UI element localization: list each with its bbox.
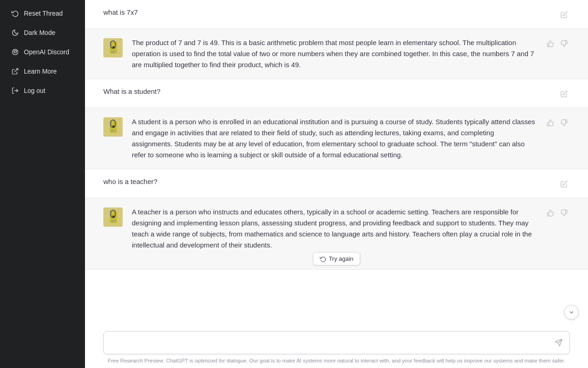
- footer-disclaimer: Free Research Preview: ChatGPT is optimi…: [85, 354, 588, 368]
- sidebar-item-label-learn-more: Learn More: [24, 68, 57, 75]
- thumbs-down-button[interactable]: [559, 38, 570, 49]
- thumbs-up-button[interactable]: [545, 38, 556, 49]
- chevron-down-icon: [568, 309, 575, 316]
- edit-message-button-q3[interactable]: [559, 178, 570, 190]
- sidebar-item-learn-more[interactable]: Learn More: [4, 63, 81, 80]
- input-area: [85, 326, 588, 354]
- logout-icon: [11, 86, 19, 95]
- external-link-icon: [11, 67, 19, 75]
- sidebar-item-dark-mode[interactable]: Dark Mode: [4, 24, 81, 41]
- message-actions-a3: [545, 207, 570, 218]
- message-actions-a2: [545, 117, 570, 128]
- table-row: A teacher is a person who instructs and …: [85, 198, 588, 270]
- assistant-message-text-a3: A teacher is a person who instructs and …: [132, 207, 536, 251]
- main-content: what is 7x7: [85, 0, 588, 368]
- message-actions-q2: [559, 88, 570, 99]
- thumbs-down-button-a2[interactable]: [559, 117, 570, 128]
- user-message-text: what is 7x7: [103, 8, 559, 16]
- table-row: What is a student?: [85, 79, 588, 108]
- avatar-a3: [103, 207, 123, 227]
- send-button[interactable]: [553, 337, 565, 349]
- sidebar-item-label-logout: Log out: [24, 87, 45, 94]
- try-again-button[interactable]: Try again: [313, 252, 361, 265]
- table-row: A student is a person who is enrolled in…: [85, 108, 588, 169]
- try-again-label: Try again: [329, 255, 354, 262]
- sidebar-item-label-dark-mode: Dark Mode: [24, 29, 55, 36]
- discord-icon: [11, 48, 19, 56]
- sidebar-item-label-reset: Reset Thread: [24, 10, 63, 17]
- thumbs-down-button-a3[interactable]: [559, 207, 570, 218]
- table-row: The product of 7 and 7 is 49. This is a …: [85, 29, 588, 79]
- scroll-down-button[interactable]: [564, 305, 579, 320]
- svg-line-1: [15, 69, 18, 72]
- message-actions-q3: [559, 178, 570, 190]
- messages-area: what is 7x7: [85, 0, 588, 326]
- message-actions-a1: [545, 38, 570, 49]
- avatar: [103, 38, 123, 58]
- edit-message-button[interactable]: [559, 9, 570, 20]
- sidebar-item-openai-discord[interactable]: OpenAI Discord: [4, 43, 81, 61]
- refresh-icon: [320, 256, 326, 262]
- assistant-message-text: The product of 7 and 7 is 49. This is a …: [132, 37, 536, 70]
- table-row: what is 7x7: [85, 0, 588, 29]
- svg-point-18: [113, 216, 115, 218]
- sidebar-item-log-out[interactable]: Log out: [4, 82, 81, 99]
- thumbs-up-button-a3[interactable]: [545, 207, 556, 218]
- user-message-text-q3: who is a teacher?: [103, 178, 559, 185]
- sidebar: Reset Thread Dark Mode OpenAI Discord Le…: [0, 0, 85, 368]
- chat-input[interactable]: [104, 332, 569, 354]
- reset-icon: [11, 9, 19, 17]
- avatar-a2: [103, 117, 123, 137]
- svg-point-12: [113, 126, 115, 128]
- moon-icon: [11, 29, 19, 37]
- assistant-response-content-a3: A teacher is a person who instructs and …: [132, 207, 536, 251]
- input-box-wrapper: [103, 331, 570, 354]
- edit-message-button-q2[interactable]: [559, 88, 570, 99]
- assistant-response-content-a2: A student is a person who is enrolled in…: [132, 116, 536, 161]
- user-message-text-q2: What is a student?: [103, 87, 559, 95]
- svg-point-6: [113, 46, 115, 49]
- sidebar-item-label-discord: OpenAI Discord: [24, 48, 69, 56]
- sidebar-item-reset-thread[interactable]: Reset Thread: [4, 5, 81, 22]
- assistant-message-text-a2: A student is a person who is enrolled in…: [132, 116, 536, 161]
- thumbs-up-button-a2[interactable]: [545, 117, 556, 128]
- table-row: who is a teacher?: [85, 169, 588, 198]
- svg-point-0: [12, 49, 18, 55]
- message-actions: [559, 9, 570, 20]
- send-icon: [554, 339, 563, 347]
- assistant-response-content: The product of 7 and 7 is 49. This is a …: [132, 37, 536, 70]
